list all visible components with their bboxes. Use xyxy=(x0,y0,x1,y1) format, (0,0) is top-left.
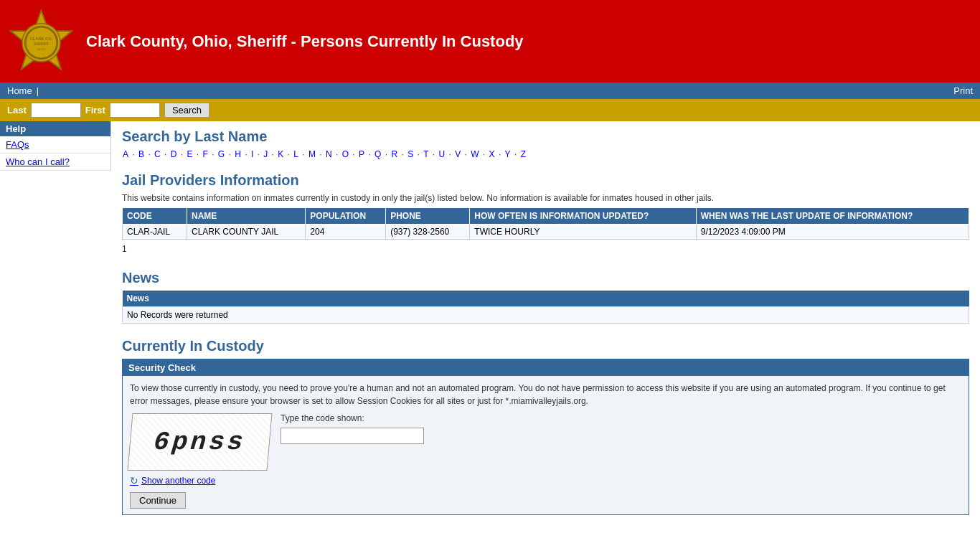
captcha-image: 6pnss xyxy=(128,413,273,471)
last-name-label: Last xyxy=(7,105,27,116)
sidebar: Help FAQs Who can I call? xyxy=(0,121,111,171)
alphabet-link-U[interactable]: U xyxy=(439,149,446,159)
alphabet-link-O[interactable]: O xyxy=(342,149,349,159)
alphabet-link-C[interactable]: C xyxy=(154,149,161,159)
nav-print-link[interactable]: Print xyxy=(953,85,973,96)
last-name-input[interactable] xyxy=(31,103,81,118)
jail-providers-table: CODE NAME POPULATION PHONE HOW OFTEN IS … xyxy=(122,207,969,240)
continue-button[interactable]: Continue xyxy=(130,492,186,509)
jail-providers-heading: Jail Providers Information xyxy=(122,172,969,189)
cell-code: CLAR-JAIL xyxy=(123,225,187,240)
alphabet-separator: · xyxy=(162,149,169,159)
col-name: NAME xyxy=(187,208,306,225)
alphabet-link-G[interactable]: G xyxy=(218,149,225,159)
cell-phone: (937) 328-2560 xyxy=(386,225,470,240)
table-row: CLAR-JAIL CLARK COUNTY JAIL 204 (937) 32… xyxy=(123,225,969,240)
cell-population: 204 xyxy=(306,225,386,240)
alphabet-link-J[interactable]: J xyxy=(263,149,268,159)
search-button[interactable]: Search xyxy=(164,103,209,118)
alphabet-link-X[interactable]: X xyxy=(489,149,495,159)
alphabet-separator: · xyxy=(366,149,373,159)
alphabet-separator: · xyxy=(178,149,185,159)
alphabet-separator: · xyxy=(242,149,250,159)
alphabet-separator: · xyxy=(209,149,217,159)
alphabet-link-K[interactable]: K xyxy=(278,149,283,159)
security-header: Security Check xyxy=(123,359,969,376)
news-section: News News No Records were returned xyxy=(122,270,969,324)
jail-providers-info: This website contains information on inm… xyxy=(122,193,969,203)
alphabet-separator: · xyxy=(430,149,438,159)
sheriff-badge-icon: CLARK CO. SHERIFF OHIO xyxy=(7,7,75,75)
nav-divider: | xyxy=(37,85,39,96)
security-text: To view those currently in custody, you … xyxy=(130,382,961,408)
svg-text:SHERIFF: SHERIFF xyxy=(34,42,48,46)
page-title: Clark County, Ohio, Sheriff - Persons Cu… xyxy=(86,32,524,51)
cell-last-update: 9/12/2023 4:09:00 PM xyxy=(696,225,969,240)
alphabet-separator: · xyxy=(446,149,453,159)
alphabet-separator: · xyxy=(399,149,406,159)
alphabet-links: A · B · C · D · E · F · G · H · I · J · … xyxy=(122,149,969,159)
show-another-code[interactable]: ↻ Show another code xyxy=(130,475,961,486)
news-table: News No Records were returned xyxy=(122,291,969,324)
cell-update-freq: TWICE HOURLY xyxy=(470,225,696,240)
news-table-header: News xyxy=(123,291,969,307)
security-inner: 6pnss Type the code shown: xyxy=(130,413,961,471)
alphabet-separator: · xyxy=(481,149,488,159)
alphabet-link-T[interactable]: T xyxy=(423,149,428,159)
col-last-update: WHEN WAS THE LAST UPDATE OF INFORMATION? xyxy=(696,208,969,225)
security-body: To view those currently in custody, you … xyxy=(123,376,969,514)
search-section: Search by Last Name A · B · C · D · E · … xyxy=(122,128,969,159)
main-content: Search by Last Name A · B · C · D · E · … xyxy=(111,121,980,522)
first-name-label: First xyxy=(85,105,105,116)
first-name-input[interactable] xyxy=(110,103,160,118)
navbar: Home | Print xyxy=(0,83,980,99)
alphabet-separator: · xyxy=(194,149,201,159)
alphabet-link-W[interactable]: W xyxy=(471,149,479,159)
svg-text:OHIO: OHIO xyxy=(37,47,46,51)
alphabet-separator: · xyxy=(130,149,137,159)
alphabet-link-I[interactable]: I xyxy=(251,149,253,159)
show-another-label[interactable]: Show another code xyxy=(141,476,215,486)
alphabet-link-R[interactable]: R xyxy=(391,149,397,159)
table-footer-count: 1 xyxy=(122,242,969,255)
table-header-row: CODE NAME POPULATION PHONE HOW OFTEN IS … xyxy=(123,208,969,225)
news-data-row: No Records were returned xyxy=(123,307,969,324)
alphabet-separator: · xyxy=(496,149,504,159)
search-heading: Search by Last Name xyxy=(122,128,969,145)
alphabet-separator: · xyxy=(226,149,233,159)
captcha-label: Type the code shown: xyxy=(281,413,424,423)
col-phone: PHONE xyxy=(386,208,470,225)
custody-heading: Currently In Custody xyxy=(122,338,969,354)
col-population: POPULATION xyxy=(306,208,386,225)
alphabet-separator: · xyxy=(269,149,276,159)
alphabet-separator: · xyxy=(415,149,422,159)
alphabet-link-Z[interactable]: Z xyxy=(521,149,526,159)
alphabet-link-V[interactable]: V xyxy=(455,149,461,159)
sidebar-help-header: Help xyxy=(0,121,110,136)
alphabet-link-H[interactable]: H xyxy=(235,149,241,159)
alphabet-link-N[interactable]: N xyxy=(326,149,332,159)
alphabet-separator: · xyxy=(462,149,469,159)
alphabet-link-M[interactable]: M xyxy=(308,149,316,159)
page-footer: MONTGOMERY COUNTY ©2001- 2023 Board of C… xyxy=(0,537,980,551)
sidebar-item-faqs[interactable]: FAQs xyxy=(0,136,110,154)
security-box: Security Check To view those currently i… xyxy=(122,359,969,515)
alphabet-link-S[interactable]: S xyxy=(407,149,413,159)
col-update-freq: HOW OFTEN IS INFORMATION UPDATED? xyxy=(470,208,696,225)
alphabet-link-E[interactable]: E xyxy=(187,149,192,159)
alphabet-link-F[interactable]: F xyxy=(202,149,207,159)
alphabet-link-Q[interactable]: Q xyxy=(374,149,381,159)
alphabet-separator: · xyxy=(350,149,357,159)
navbar-left: Home | xyxy=(7,85,39,96)
captcha-input[interactable] xyxy=(281,428,424,444)
nav-home-link[interactable]: Home xyxy=(7,85,32,96)
col-code: CODE xyxy=(123,208,187,225)
news-table-header-row: News xyxy=(123,291,969,307)
alphabet-link-A[interactable]: A xyxy=(123,149,128,159)
alphabet-link-B[interactable]: B xyxy=(138,149,144,159)
alphabet-link-D[interactable]: D xyxy=(171,149,177,159)
alphabet-link-P[interactable]: P xyxy=(359,149,364,159)
alphabet-link-Y[interactable]: Y xyxy=(505,149,511,159)
sidebar-item-who-can-i-call[interactable]: Who can I call? xyxy=(0,154,110,171)
alphabet-link-L[interactable]: L xyxy=(293,149,298,159)
